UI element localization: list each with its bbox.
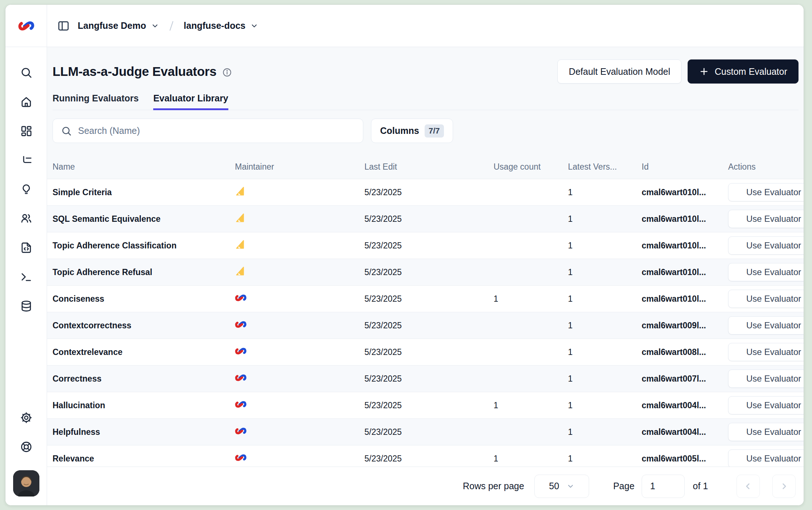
terminal-icon (20, 271, 32, 283)
sidebar-toggle-icon[interactable] (57, 20, 70, 32)
user-avatar[interactable] (13, 470, 39, 497)
evaluator-id-cell: cmal6wart010l... (642, 214, 728, 224)
use-evaluator-button[interactable]: Use Evaluator (728, 210, 804, 228)
sidebar-item-datasets[interactable] (16, 237, 36, 258)
evaluator-name: SQL Semantic Equivalence (53, 214, 235, 224)
default-evaluation-model-button[interactable]: Default Evaluation Model (557, 59, 681, 84)
search-icon (61, 125, 72, 136)
ragas-maintainer-icon (235, 186, 246, 197)
table-toolbar: Columns 7/7 (47, 110, 804, 143)
table-row[interactable]: Topic Adherence Refusal 5/23/2025 1 cmal… (47, 259, 804, 286)
langfuse-maintainer-icon (235, 373, 247, 383)
search-box (53, 119, 363, 143)
tab-evaluator-library[interactable]: Evaluator Library (153, 93, 228, 110)
evaluator-id-cell: cmal6wart004l... (642, 427, 728, 437)
sidebar-item-database[interactable] (16, 296, 36, 316)
evaluator-id-cell: cmal6wart010l... (642, 294, 728, 304)
use-evaluator-button[interactable]: Use Evaluator (728, 183, 804, 201)
table-row[interactable]: SQL Semantic Equivalence 5/23/2025 1 cma… (47, 206, 804, 232)
latest-version-cell: 1 (568, 267, 642, 277)
table-row[interactable]: Topic Adherence Classification 5/23/2025… (47, 232, 804, 259)
column-header-maintainer[interactable]: Maintainer (235, 162, 364, 172)
chevron-right-icon (779, 482, 789, 491)
use-evaluator-button[interactable]: Use Evaluator (728, 290, 804, 308)
sidebar-item-settings[interactable] (16, 407, 36, 428)
column-header-latest-version[interactable]: Latest Vers... (568, 162, 642, 172)
last-edit-cell: 5/23/2025 (364, 374, 494, 384)
actions-cell: Use Evaluator (728, 343, 804, 361)
column-header-name[interactable]: Name (53, 162, 235, 172)
use-evaluator-label: Use Evaluator (746, 294, 801, 304)
use-evaluator-button[interactable]: Use Evaluator (728, 396, 804, 414)
sidebar-item-dashboards[interactable] (16, 121, 36, 141)
next-page-button[interactable] (772, 475, 796, 498)
avatar-image (13, 470, 39, 497)
use-evaluator-label: Use Evaluator (746, 427, 801, 437)
maintainer-cell (235, 373, 364, 385)
langfuse-maintainer-icon (235, 399, 247, 409)
breadcrumb: Langfuse Demo langfuse-docs (47, 5, 258, 47)
last-edit-cell: 5/23/2025 (364, 188, 494, 197)
previous-page-button[interactable] (736, 475, 760, 498)
latest-version-cell: 1 (568, 454, 642, 464)
use-evaluator-button[interactable]: Use Evaluator (728, 370, 804, 388)
table-row[interactable]: Helpfulness 5/23/2025 1 cmal6wart004l...… (47, 419, 804, 445)
maintainer-cell (235, 346, 364, 358)
langfuse-logo[interactable] (5, 5, 47, 47)
table-row[interactable]: Hallucination 5/23/2025 1 1 cmal6wart004… (47, 392, 804, 419)
sidebar-item-prompts[interactable] (16, 179, 36, 200)
sidebar-item-playground[interactable] (16, 267, 36, 287)
table-row[interactable]: Contextrelevance 5/23/2025 1 cmal6wart00… (47, 339, 804, 366)
evaluator-name: Simple Criteria (53, 188, 235, 197)
latest-version-cell: 1 (568, 294, 642, 304)
sidebar-item-search[interactable] (16, 62, 36, 83)
lifebuoy-icon (20, 441, 32, 453)
use-evaluator-button[interactable]: Use Evaluator (728, 236, 804, 255)
use-evaluator-label: Use Evaluator (746, 187, 801, 197)
use-evaluator-button[interactable]: Use Evaluator (728, 423, 804, 441)
use-evaluator-button[interactable]: Use Evaluator (728, 449, 804, 467)
sidebar-item-home[interactable] (16, 92, 36, 112)
rows-per-page-select[interactable]: 50 (534, 475, 589, 498)
info-icon[interactable] (222, 67, 232, 77)
sidebar-item-tracing[interactable] (16, 150, 36, 170)
app-body: LLM-as-a-Judge Evaluators Default Evalua… (5, 47, 804, 505)
column-header-id[interactable]: Id (642, 162, 728, 172)
use-evaluator-button[interactable]: Use Evaluator (728, 263, 804, 281)
last-edit-cell: 5/23/2025 (364, 454, 494, 464)
table-row[interactable]: Correctness 5/23/2025 1 cmal6wart007l...… (47, 366, 804, 392)
table-row[interactable]: Conciseness 5/23/2025 1 1 cmal6wart010l.… (47, 286, 804, 312)
actions-cell: Use Evaluator (728, 290, 804, 308)
evaluator-name: Conciseness (53, 294, 235, 304)
use-evaluator-button[interactable]: Use Evaluator (728, 343, 804, 361)
project-name: langfuse-docs (184, 20, 245, 31)
search-icon (20, 66, 32, 79)
sidebar-item-support[interactable] (16, 437, 36, 457)
tab-running-evaluators[interactable]: Running Evaluators (53, 93, 139, 110)
langfuse-logo-icon (18, 19, 35, 33)
evaluators-table: Name Maintainer Last Edit Usage count La… (47, 155, 804, 467)
maintainer-cell (235, 266, 364, 279)
column-header-usage-count[interactable]: Usage count (494, 162, 568, 172)
columns-button[interactable]: Columns 7/7 (371, 119, 453, 143)
use-evaluator-label: Use Evaluator (746, 453, 801, 464)
table-row[interactable]: Contextcorrectness 5/23/2025 1 cmal6wart… (47, 312, 804, 339)
tab-bar: Running Evaluators Evaluator Library (53, 93, 799, 110)
evaluator-id-cell: cmal6wart008l... (642, 347, 728, 357)
evaluator-name: Contextrelevance (53, 347, 235, 357)
search-input[interactable] (78, 125, 355, 136)
org-switcher[interactable]: Langfuse Demo (78, 20, 159, 31)
page-number-input[interactable] (642, 475, 685, 498)
actions-cell: Use Evaluator (728, 423, 804, 441)
evaluator-id-cell: cmal6wart010l... (642, 241, 728, 251)
sidebar-item-users[interactable] (16, 208, 36, 229)
use-evaluator-button[interactable]: Use Evaluator (728, 316, 804, 335)
project-switcher[interactable]: langfuse-docs (184, 20, 258, 31)
evaluator-id-cell: cmal6wart007l... (642, 374, 728, 384)
custom-evaluator-button[interactable]: Custom Evaluator (688, 59, 799, 84)
table-row[interactable]: Simple Criteria 5/23/2025 1 cmal6wart010… (47, 179, 804, 206)
column-header-last-edit[interactable]: Last Edit (364, 162, 494, 172)
table-header-row: Name Maintainer Last Edit Usage count La… (47, 155, 804, 179)
table-row[interactable]: Relevance 5/23/2025 1 1 cmal6wart005l...… (47, 445, 804, 467)
last-edit-cell: 5/23/2025 (364, 321, 494, 331)
